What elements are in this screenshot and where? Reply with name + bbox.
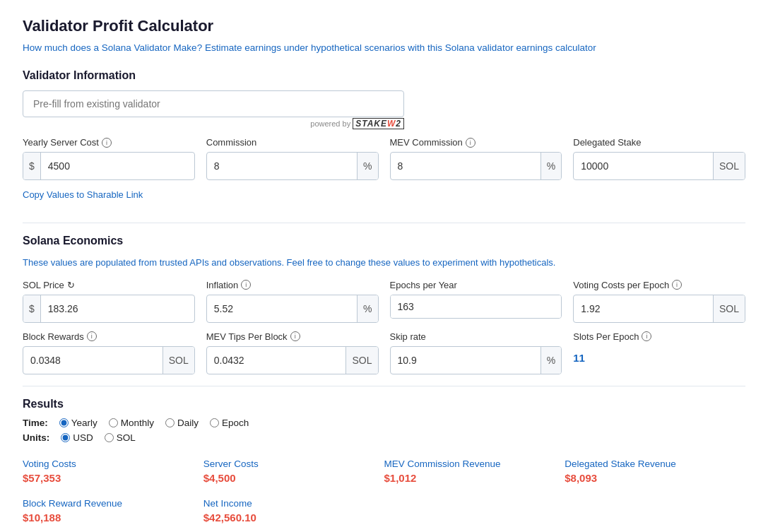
inflation-label: Inflation i — [206, 280, 379, 290]
block-rewards-label: Block Rewards i — [23, 331, 195, 342]
delegated-stake-label: Delegated Stake — [573, 137, 745, 148]
time-monthly-radio[interactable] — [109, 418, 118, 427]
skip-rate-group: Skip rate % — [390, 331, 562, 374]
skip-rate-input[interactable] — [391, 349, 540, 372]
mev-tips-suffix: SOL — [345, 347, 377, 374]
skip-rate-suffix: % — [540, 347, 561, 374]
net-income-label: Net Income — [203, 498, 384, 509]
yearly-server-cost-label: Yearly Server Cost i — [23, 137, 195, 148]
yearly-server-cost-info-icon[interactable]: i — [102, 138, 112, 148]
delegated-stake-input-wrapper: SOL — [573, 152, 745, 180]
sol-price-refresh-icon[interactable]: ↻ — [67, 280, 75, 290]
epochs-per-year-label: Epochs per Year — [390, 280, 562, 290]
yearly-server-cost-input[interactable] — [41, 155, 194, 177]
main-container: Validator Profit Calculator How much doe… — [0, 0, 768, 532]
divider-1 — [23, 223, 745, 223]
mev-tips-input[interactable] — [207, 349, 346, 372]
voting-costs-epoch-label: Voting Costs per Epoch i — [573, 280, 745, 290]
delegated-stake-suffix: SOL — [713, 153, 745, 179]
results-section: Results Time: Yearly Monthly Daily Epoch — [23, 398, 745, 529]
sol-price-label: SOL Price ↻ — [23, 280, 195, 290]
time-radio-row: Time: Yearly Monthly Daily Epoch — [23, 418, 745, 428]
voting-costs-epoch-input[interactable] — [574, 297, 713, 320]
skip-rate-label: Skip rate — [390, 331, 562, 342]
prefill-input[interactable] — [23, 90, 404, 117]
units-radio-row: Units: USD SOL — [23, 432, 745, 443]
slots-per-epoch-label: Slots Per Epoch i — [573, 331, 745, 342]
page-subtitle: How much does a Solana Validator Make? E… — [23, 41, 745, 55]
sol-price-input[interactable] — [41, 297, 194, 320]
voting-costs-label: Voting Costs — [23, 459, 203, 469]
page-title: Validator Profit Calculator — [23, 17, 745, 35]
sol-price-input-wrapper: $ — [23, 295, 195, 323]
solana-economics-section: Solana Economics These values are popula… — [23, 235, 745, 374]
block-rewards-input-wrapper: SOL — [23, 346, 195, 374]
units-usd-radio[interactable] — [61, 433, 70, 442]
time-daily-label[interactable]: Daily — [165, 418, 199, 428]
divider-2 — [23, 386, 745, 386]
delegated-stake-revenue-label: Delegated Stake Revenue — [565, 459, 745, 469]
units-label: Units: — [23, 432, 49, 443]
results-grid-row2: Block Reward Revenue $10,188 Net Income … — [23, 492, 745, 529]
mev-tips-info-icon[interactable]: i — [290, 331, 300, 341]
server-costs-label: Server Costs — [203, 459, 384, 469]
slots-per-epoch-value-display: 11 — [573, 346, 745, 370]
delegated-stake-input[interactable] — [574, 155, 713, 177]
mev-commission-group: MEV Commission i % — [390, 137, 562, 180]
yearly-server-cost-input-wrapper: $ — [23, 152, 195, 180]
net-income-value: $42,560.10 — [203, 512, 384, 524]
yearly-server-cost-prefix: $ — [23, 153, 41, 179]
powered-by: powered by STAKEW2 — [23, 119, 404, 129]
validator-info-section: Validator Information powered by STAKEW2… — [23, 69, 745, 211]
block-rewards-input[interactable] — [23, 349, 163, 372]
time-yearly-radio[interactable] — [59, 418, 69, 427]
block-rewards-suffix: SOL — [163, 347, 194, 374]
units-sol-label[interactable]: SOL — [105, 432, 136, 443]
mev-commission-input[interactable] — [391, 155, 540, 177]
mev-commission-info-icon[interactable]: i — [466, 138, 475, 148]
slots-per-epoch-info-icon[interactable]: i — [642, 331, 651, 341]
epochs-per-year-input[interactable] — [391, 295, 562, 318]
inflation-input-wrapper: % — [206, 295, 379, 323]
inflation-group: Inflation i % — [206, 280, 379, 323]
delegated-stake-revenue-value: $8,093 — [565, 472, 745, 484]
brand-logo: STAKEW2 — [353, 118, 404, 129]
time-daily-radio[interactable] — [165, 418, 175, 427]
inflation-info-icon[interactable]: i — [241, 280, 251, 290]
time-epoch-label[interactable]: Epoch — [210, 418, 249, 428]
commission-group: Commission % — [206, 137, 379, 180]
voting-costs-epoch-group: Voting Costs per Epoch i SOL — [573, 280, 745, 323]
economics-row-2: Block Rewards i SOL MEV Tips Per Block i… — [23, 331, 745, 374]
server-costs-value: $4,500 — [203, 472, 384, 484]
voting-costs-epoch-info-icon[interactable]: i — [672, 280, 682, 290]
commission-input[interactable] — [207, 155, 357, 177]
mev-tips-label: MEV Tips Per Block i — [206, 331, 379, 342]
commission-suffix: % — [357, 153, 377, 179]
yearly-server-cost-group: Yearly Server Cost i $ — [23, 137, 195, 180]
block-reward-revenue-value: $10,188 — [23, 512, 203, 524]
epochs-per-year-input-wrapper — [390, 295, 562, 319]
mev-tips-group: MEV Tips Per Block i SOL — [206, 331, 379, 374]
inflation-suffix: % — [357, 295, 377, 322]
inflation-input[interactable] — [207, 297, 357, 320]
units-usd-label[interactable]: USD — [61, 432, 93, 443]
block-rewards-info-icon[interactable]: i — [87, 331, 97, 341]
prefill-wrapper: powered by STAKEW2 — [23, 90, 404, 134]
time-monthly-label[interactable]: Monthly — [109, 418, 154, 428]
copy-link[interactable]: Copy Values to Sharable Link — [23, 189, 143, 200]
time-label: Time: — [23, 418, 48, 428]
solana-economics-title: Solana Economics — [23, 235, 745, 247]
mev-commission-revenue-value: $1,012 — [384, 472, 565, 484]
mev-commission-suffix: % — [540, 153, 561, 179]
mev-commission-label: MEV Commission i — [390, 137, 562, 148]
slots-per-epoch-value: 11 — [573, 352, 585, 364]
economics-row-1: SOL Price ↻ $ Inflation i % — [23, 280, 745, 323]
validator-fields-row: Yearly Server Cost i $ Commission % — [23, 137, 745, 180]
result-server-costs: Server Costs $4,500 — [203, 453, 384, 490]
time-epoch-radio[interactable] — [210, 418, 219, 427]
voting-costs-epoch-suffix: SOL — [713, 295, 745, 322]
time-yearly-label[interactable]: Yearly — [59, 418, 98, 428]
results-grid-row1: Voting Costs $57,353 Server Costs $4,500… — [23, 453, 745, 490]
units-sol-radio[interactable] — [105, 433, 114, 442]
validator-info-title: Validator Information — [23, 69, 745, 82]
